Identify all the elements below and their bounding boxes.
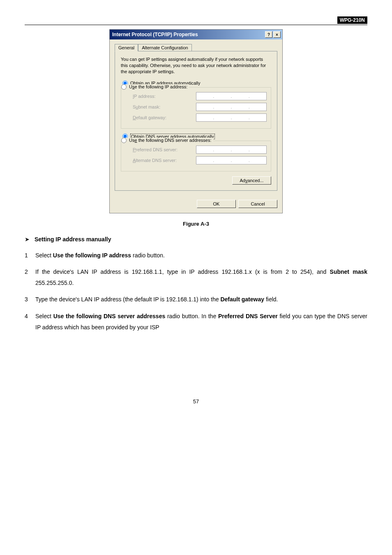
default-gateway-input[interactable]: ... xyxy=(196,113,267,122)
tab-panel-general: You can get IP settings assigned automat… xyxy=(115,51,277,191)
section-heading-text: Setting IP address manually xyxy=(35,236,111,243)
default-gateway-label: Default gateway: xyxy=(133,115,166,120)
alternate-dns-label: Alternate DNS server: xyxy=(133,158,177,163)
close-button[interactable]: × xyxy=(273,31,281,38)
radio-use-following-ip[interactable]: Use the following IP address: xyxy=(121,84,189,90)
dialog-titlebar: Internet Protocol (TCP/IP) Properties ? … xyxy=(110,30,282,39)
device-badge: WPG-210N xyxy=(337,16,367,24)
alternate-dns-input[interactable]: ... xyxy=(196,156,267,164)
radio-use-following-dns[interactable]: Use the following DNS server addresses: xyxy=(121,138,213,143)
step-3: 3 Type the device's LAN IP address (the … xyxy=(25,294,367,305)
figure-caption: Figure A-3 xyxy=(25,221,367,227)
ip-address-label: IP address: xyxy=(133,94,155,99)
step-2: 2 If the device's LAN IP address is 192.… xyxy=(25,266,367,288)
tcpip-properties-dialog: Internet Protocol (TCP/IP) Properties ? … xyxy=(109,29,283,213)
page-header: WPG-210N xyxy=(25,16,367,25)
radio-use-following-ip-label: Use the following IP address: xyxy=(129,84,187,89)
radio-use-following-ip-input[interactable] xyxy=(121,84,127,90)
description-text: You can get IP settings assigned automat… xyxy=(121,56,271,75)
subnet-mask-label: Subnet mask: xyxy=(133,104,160,109)
page-number: 57 xyxy=(25,398,367,405)
ok-button[interactable]: OK xyxy=(197,200,236,208)
tab-alternate-configuration[interactable]: Alternate Configuration xyxy=(138,44,192,51)
cancel-button[interactable]: Cancel xyxy=(238,200,277,208)
radio-use-following-dns-input[interactable] xyxy=(121,138,127,143)
tab-general[interactable]: General xyxy=(115,44,138,51)
tab-strip: General Alternate Configuration xyxy=(115,44,277,51)
step-4: 4 Select Use the following DNS server ad… xyxy=(25,311,367,333)
arrow-bullet-icon: ➤ xyxy=(25,236,30,243)
close-icon: × xyxy=(276,32,278,37)
steps-list: 1 Select Use the following IP address ra… xyxy=(25,250,367,333)
preferred-dns-input[interactable]: ... xyxy=(196,146,267,154)
step-1: 1 Select Use the following IP address ra… xyxy=(25,250,367,261)
section-heading: ➤ Setting IP address manually xyxy=(25,236,367,243)
help-icon: ? xyxy=(267,32,270,37)
ip-address-input[interactable]: ... xyxy=(196,92,267,100)
help-button[interactable]: ? xyxy=(265,31,272,38)
dialog-title: Internet Protocol (TCP/IP) Properties xyxy=(112,32,198,37)
preferred-dns-label: Preferred DNS server: xyxy=(133,147,178,152)
advanced-button[interactable]: Advanced... xyxy=(232,176,271,185)
radio-use-following-dns-label: Use the following DNS server addresses: xyxy=(129,138,212,143)
subnet-mask-input[interactable]: ... xyxy=(196,103,267,111)
